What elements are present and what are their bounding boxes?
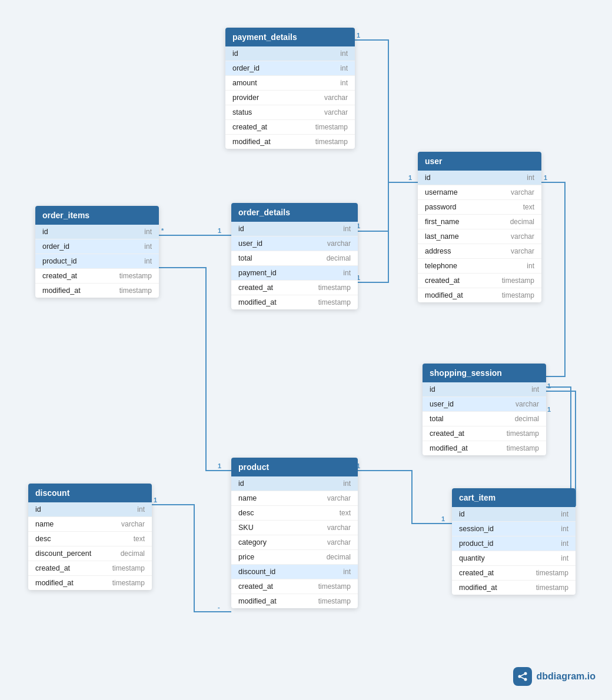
table-discount[interactable]: discount id int name varchar desc text d…: [28, 484, 152, 590]
svg-text:1: 1: [218, 462, 221, 469]
col-ss-total: total decimal: [423, 412, 546, 426]
table-order-items[interactable]: order_items id int order_id int product_…: [35, 206, 159, 298]
table-product[interactable]: product id int name varchar desc text SK…: [231, 458, 358, 608]
col-disc-name: name varchar: [28, 517, 152, 532]
svg-point-18: [524, 678, 527, 681]
logo-text: dbdiagram.io: [537, 671, 596, 682]
col-prod-category: category varchar: [231, 535, 358, 550]
logo-area: dbdiagram.io: [513, 667, 596, 686]
col-od-user-id: user_id varchar: [231, 236, 358, 251]
col-ss-user-id: user_id varchar: [423, 397, 546, 412]
col-oi-id: id int: [35, 225, 159, 239]
table-shopping-session[interactable]: shopping_session id int user_id varchar …: [423, 364, 546, 455]
col-payment-order-id: order_id int: [225, 61, 355, 76]
col-prod-price: price decimal: [231, 550, 358, 565]
col-od-total: total decimal: [231, 251, 358, 266]
table-header-cart-item: cart_item: [452, 488, 576, 507]
col-user-username: username varchar: [418, 185, 541, 200]
col-payment-status: status varchar: [225, 105, 355, 120]
col-ci-product-id: product_id int: [452, 536, 576, 551]
table-cart-item[interactable]: cart_item id int session_id int product_…: [452, 488, 576, 595]
col-ci-session-id: session_id int: [452, 522, 576, 536]
col-prod-created-at: created_at timestamp: [231, 579, 358, 594]
logo-icon: [513, 667, 532, 686]
table-header-order-items: order_items: [35, 206, 159, 225]
col-prod-desc: desc text: [231, 506, 358, 521]
col-disc-created-at: created_at timestamp: [28, 561, 152, 576]
svg-text:1: 1: [547, 382, 551, 389]
col-payment-provider: provider varchar: [225, 91, 355, 105]
svg-line-19: [521, 674, 524, 676]
table-header-user: user: [418, 152, 541, 171]
col-oi-order-id: order_id int: [35, 239, 159, 254]
col-prod-name: name varchar: [231, 491, 358, 506]
col-od-id: id int: [231, 222, 358, 236]
col-payment-modified-at: modified_at timestamp: [225, 135, 355, 149]
table-order-details[interactable]: order_details id int user_id varchar tot…: [231, 203, 358, 309]
table-header-payment-details: payment_details: [225, 28, 355, 46]
table-header-discount: discount: [28, 484, 152, 502]
col-od-modified-at: modified_at timestamp: [231, 295, 358, 309]
table-header-shopping-session: shopping_session: [423, 364, 546, 382]
col-disc-desc: desc text: [28, 532, 152, 546]
col-prod-id: id int: [231, 476, 358, 491]
col-user-id: id int: [418, 171, 541, 185]
col-oi-modified-at: modified_at timestamp: [35, 284, 159, 298]
table-user[interactable]: user id int username varchar password te…: [418, 152, 541, 302]
col-prod-sku: SKU varchar: [231, 521, 358, 535]
col-disc-percent: discount_percent decimal: [28, 546, 152, 561]
svg-text:1: 1: [218, 227, 221, 234]
svg-text:-: -: [218, 604, 220, 611]
col-user-firstname: first_name decimal: [418, 215, 541, 229]
svg-point-16: [518, 675, 521, 678]
svg-line-20: [521, 677, 524, 679]
diagram-canvas: 1 1 1 1 1 1 * 1 1 1 1 1 1 1 - 1: [0, 0, 612, 700]
col-user-telephone: telephone int: [418, 259, 541, 274]
col-ci-created-at: created_at timestamp: [452, 566, 576, 581]
col-payment-amount: amount int: [225, 76, 355, 91]
col-user-lastname: last_name varchar: [418, 229, 541, 244]
col-prod-discount-id: discount_id int: [231, 565, 358, 579]
col-ci-quantity: quantity int: [452, 551, 576, 566]
svg-text:1: 1: [357, 32, 360, 39]
col-od-created-at: created_at timestamp: [231, 281, 358, 295]
svg-text:*: *: [161, 227, 164, 234]
col-payment-id: id int: [225, 46, 355, 61]
svg-text:1: 1: [441, 515, 445, 522]
col-payment-created-at: created_at timestamp: [225, 120, 355, 135]
col-prod-modified-at: modified_at timestamp: [231, 594, 358, 608]
col-oi-product-id: product_id int: [35, 254, 159, 269]
col-disc-modified-at: modified_at timestamp: [28, 576, 152, 590]
col-user-modified-at: modified_at timestamp: [418, 288, 541, 302]
table-header-product: product: [231, 458, 358, 476]
col-ci-modified-at: modified_at timestamp: [452, 581, 576, 595]
svg-text:1: 1: [544, 174, 547, 181]
col-ss-created-at: created_at timestamp: [423, 426, 546, 441]
col-user-address: address varchar: [418, 244, 541, 259]
svg-point-17: [524, 672, 527, 675]
table-header-order-details: order_details: [231, 203, 358, 222]
col-ci-id: id int: [452, 507, 576, 522]
col-user-password: password text: [418, 200, 541, 215]
col-ss-id: id int: [423, 382, 546, 397]
col-od-payment-id: payment_id int: [231, 266, 358, 281]
svg-text:1: 1: [547, 406, 551, 413]
col-user-created-at: created_at timestamp: [418, 274, 541, 288]
col-ss-modified-at: modified_at timestamp: [423, 441, 546, 455]
svg-text:1: 1: [408, 174, 412, 181]
col-oi-created-at: created_at timestamp: [35, 269, 159, 284]
col-disc-id: id int: [28, 502, 152, 517]
svg-text:1: 1: [154, 496, 157, 504]
table-payment-details[interactable]: payment_details id int order_id int amou…: [225, 28, 355, 149]
